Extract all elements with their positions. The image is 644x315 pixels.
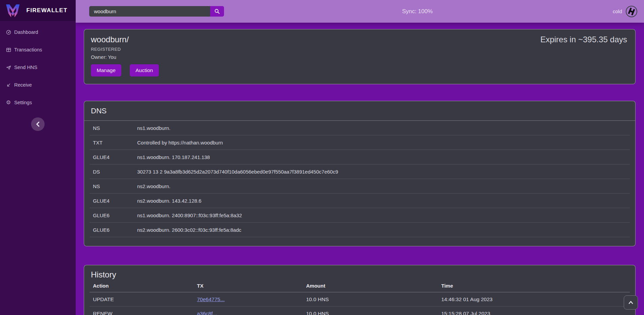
domain-owner: Owner: You xyxy=(91,54,628,60)
sidebar-item-send-hns[interactable]: Send HNS xyxy=(0,59,76,76)
dns-record-row: TXT Controlled by https://nathan.woodbur… xyxy=(90,135,630,150)
sidebar-item-label: Dashboard xyxy=(14,29,38,35)
sync-status: Sync: 100% xyxy=(402,0,433,23)
dns-record-type: GLUE6 xyxy=(90,212,137,218)
dns-record-type: GLUE6 xyxy=(90,227,137,233)
dns-record-type: GLUE4 xyxy=(90,198,137,204)
dns-record-type: DS xyxy=(90,169,137,175)
table-icon xyxy=(6,47,11,52)
sidebar: FIREWALLET Dashboard Transactions xyxy=(0,0,76,315)
dns-record-value: ns1.woodburn. 170.187.241.138 xyxy=(137,154,630,160)
tx-link[interactable]: a36c8f... xyxy=(197,311,217,315)
dns-record-value: ns1.woodburn. 2400:8907::f03c:93ff:fe5a:… xyxy=(137,212,630,218)
column-header-time: Time xyxy=(438,283,630,289)
chevron-left-icon xyxy=(36,121,40,127)
history-action: RENEW xyxy=(90,311,194,315)
dns-record-type: NS xyxy=(90,183,137,189)
dns-table: NS ns1.woodburn. TXT Controlled by https… xyxy=(84,121,635,237)
dns-record-row: DS 30273 13 2 9a3a8fb3d625d2a2073d740f10… xyxy=(90,164,630,179)
dns-record-value: 30273 13 2 9a3a8fb3d625d2a2073d740f10da6… xyxy=(137,169,630,175)
sidebar-item-label: Transactions xyxy=(14,47,42,52)
sidebar-header: FIREWALLET xyxy=(0,0,76,21)
manage-button[interactable]: Manage xyxy=(91,64,121,76)
dns-record-type: GLUE4 xyxy=(90,154,137,160)
firewallet-logo-icon xyxy=(5,4,20,17)
main-content: woodburn/ REGISTERED Owner: You Manage A… xyxy=(76,23,644,315)
dns-record-value: ns1.woodburn. xyxy=(137,125,630,131)
dns-card-title: DNS xyxy=(84,101,635,121)
history-row: RENEW a36c8f... 10.0 HNS 15:15:28 07 Jul… xyxy=(90,307,630,315)
gear-icon: ⚙ xyxy=(6,100,11,105)
sidebar-nav: Dashboard Transactions Send HNS xyxy=(0,23,76,111)
dns-record-row: NS ns1.woodburn. xyxy=(90,121,630,135)
dns-card: DNS NS ns1.woodburn. TXT Controlled by h… xyxy=(84,101,636,246)
sidebar-item-dashboard[interactable]: Dashboard xyxy=(0,23,76,41)
dns-record-row: GLUE6 ns1.woodburn. 2400:8907::f03c:93ff… xyxy=(90,208,630,223)
column-header-tx: TX xyxy=(194,283,303,289)
history-time: 15:15:28 07 Jul 2023 xyxy=(438,311,630,315)
history-amount: 10.0 HNS xyxy=(303,311,438,315)
domain-card: woodburn/ REGISTERED Owner: You Manage A… xyxy=(84,29,636,84)
history-card: History Action TX Amount Time UPDATE 70e… xyxy=(84,265,636,315)
dns-record-type: NS xyxy=(90,125,137,131)
history-table-header: Action TX Amount Time xyxy=(90,283,630,292)
tx-link[interactable]: 70e64775... xyxy=(197,296,225,302)
history-action: UPDATE xyxy=(90,296,194,302)
sidebar-collapse-button[interactable] xyxy=(31,117,45,131)
dns-record-row: GLUE4 ns2.woodburn. 143.42.128.6 xyxy=(90,194,630,208)
scroll-to-top-button[interactable] xyxy=(624,295,638,310)
search-bar xyxy=(89,6,224,17)
history-row: UPDATE 70e64775... 10.0 HNS 14:46:32 01 … xyxy=(90,292,630,307)
search-button[interactable] xyxy=(210,6,224,17)
dns-record-row: NS ns2.woodburn. xyxy=(90,179,630,194)
dns-record-row: GLUE6 ns2.woodburn. 2600:3c02::f03c:93ff… xyxy=(90,223,630,237)
dns-record-value: ns2.woodburn. xyxy=(137,183,630,189)
search-input[interactable] xyxy=(89,6,210,17)
wallet-info: cold xyxy=(613,0,637,23)
paper-plane-icon xyxy=(6,65,11,70)
history-table-body: UPDATE 70e64775... 10.0 HNS 14:46:32 01 … xyxy=(84,292,635,315)
handshake-logo-icon[interactable] xyxy=(626,6,637,17)
auction-button[interactable]: Auction xyxy=(130,64,159,76)
column-header-action: Action xyxy=(90,283,194,289)
search-icon xyxy=(214,8,220,14)
sidebar-item-label: Send HNS xyxy=(14,65,38,70)
sidebar-item-label: Receive xyxy=(14,82,32,88)
sidebar-item-receive[interactable]: Receive xyxy=(0,76,76,94)
column-header-amount: Amount xyxy=(303,283,438,289)
sidebar-item-transactions[interactable]: Transactions xyxy=(0,41,76,59)
history-card-title: History xyxy=(84,265,635,279)
wallet-name: cold xyxy=(613,8,622,14)
chevron-up-icon xyxy=(628,301,633,304)
history-amount: 10.0 HNS xyxy=(303,296,438,302)
domain-status-badge: REGISTERED xyxy=(91,47,628,52)
domain-expiry: Expires in ~395.35 days xyxy=(540,35,627,44)
sidebar-item-settings[interactable]: ⚙ Settings xyxy=(0,94,76,111)
dns-record-value: Controlled by https://nathan.woodburn xyxy=(137,140,630,145)
sidebar-item-label: Settings xyxy=(14,100,32,105)
dns-record-value: ns2.woodburn. 143.42.128.6 xyxy=(137,198,630,204)
dns-record-type: TXT xyxy=(90,140,137,145)
topbar: Sync: 100% cold xyxy=(76,0,644,23)
history-time: 14:46:32 01 Aug 2023 xyxy=(438,296,630,302)
arrow-down-left-icon xyxy=(6,82,11,88)
app-title: FIREWALLET xyxy=(26,7,68,14)
dashboard-gauge-icon xyxy=(6,29,11,35)
dns-record-value: ns2.woodburn. 2600:3c02::f03c:93ff:fe5a:… xyxy=(137,227,630,233)
domain-actions: Manage Auction xyxy=(91,64,628,76)
dns-record-row: GLUE4 ns1.woodburn. 170.187.241.138 xyxy=(90,150,630,164)
